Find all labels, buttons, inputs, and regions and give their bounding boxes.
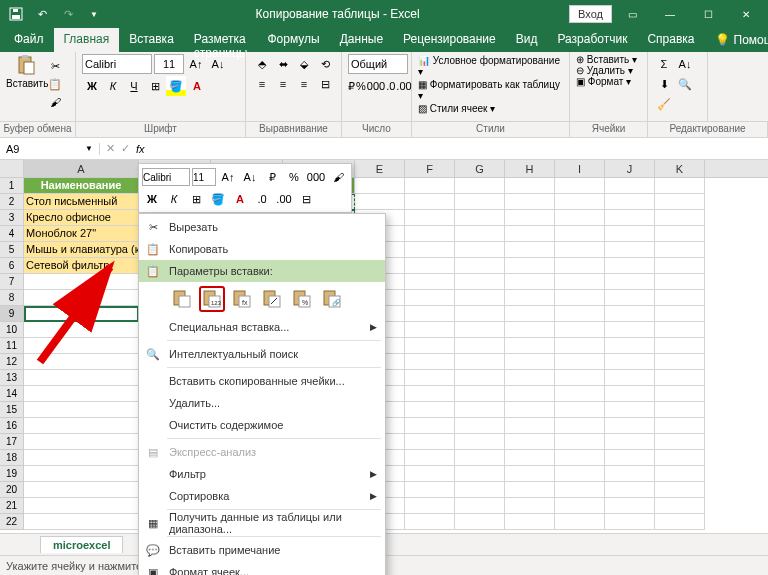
row-header[interactable]: 9 bbox=[0, 306, 24, 322]
cell-styles-button[interactable]: ▨ Стили ячеек ▾ bbox=[418, 102, 563, 115]
row-header[interactable]: 4 bbox=[0, 226, 24, 242]
cell[interactable] bbox=[405, 258, 455, 274]
cell[interactable] bbox=[505, 450, 555, 466]
cell[interactable] bbox=[655, 370, 705, 386]
col-header-i[interactable]: I bbox=[555, 160, 605, 177]
italic-button[interactable]: К bbox=[103, 76, 123, 96]
tab-data[interactable]: Данные bbox=[330, 28, 393, 52]
cell[interactable] bbox=[555, 226, 605, 242]
cell[interactable] bbox=[505, 242, 555, 258]
tab-view[interactable]: Вид bbox=[506, 28, 548, 52]
format-as-table-button[interactable]: ▦ Форматировать как таблицу ▾ bbox=[418, 78, 563, 102]
cell[interactable] bbox=[605, 338, 655, 354]
cell[interactable] bbox=[605, 178, 655, 194]
cell[interactable] bbox=[655, 338, 705, 354]
ribbon-options-icon[interactable]: ▭ bbox=[614, 0, 650, 28]
sheet-tab[interactable]: microexcel bbox=[40, 536, 123, 553]
cell[interactable] bbox=[605, 482, 655, 498]
cell[interactable] bbox=[605, 274, 655, 290]
maximize-button[interactable]: ☐ bbox=[690, 0, 726, 28]
formula-input[interactable] bbox=[151, 143, 768, 155]
qat-dropdown-icon[interactable]: ▼ bbox=[82, 2, 106, 26]
save-icon[interactable] bbox=[4, 2, 28, 26]
align-top-icon[interactable]: ⬘ bbox=[252, 54, 272, 74]
close-button[interactable]: ✕ bbox=[728, 0, 764, 28]
cell[interactable] bbox=[655, 258, 705, 274]
border-button[interactable]: ⊞ bbox=[145, 76, 165, 96]
cell[interactable] bbox=[405, 466, 455, 482]
cell[interactable] bbox=[505, 210, 555, 226]
select-all-corner[interactable] bbox=[0, 160, 24, 177]
format-painter-icon[interactable]: 🖌 bbox=[46, 94, 64, 110]
cell[interactable] bbox=[455, 450, 505, 466]
cell[interactable] bbox=[505, 434, 555, 450]
cell[interactable] bbox=[655, 194, 705, 210]
cell[interactable] bbox=[605, 354, 655, 370]
bold-button[interactable]: Ж bbox=[82, 76, 102, 96]
mini-increase-decimal-icon[interactable]: .00 bbox=[274, 189, 294, 209]
font-size-select[interactable] bbox=[154, 54, 184, 74]
mini-merge-icon[interactable]: ⊟ bbox=[296, 189, 316, 209]
cell[interactable] bbox=[455, 354, 505, 370]
row-header[interactable]: 5 bbox=[0, 242, 24, 258]
cell[interactable] bbox=[505, 258, 555, 274]
row-header[interactable]: 18 bbox=[0, 450, 24, 466]
cell[interactable] bbox=[355, 194, 405, 210]
mini-decrease-decimal-icon[interactable]: .0 bbox=[252, 189, 272, 209]
cell[interactable] bbox=[555, 386, 605, 402]
tab-review[interactable]: Рецензирование bbox=[393, 28, 506, 52]
cell[interactable] bbox=[605, 498, 655, 514]
paste-transpose-icon[interactable] bbox=[259, 286, 285, 312]
cell[interactable] bbox=[655, 514, 705, 530]
row-header[interactable]: 20 bbox=[0, 482, 24, 498]
row-header[interactable]: 12 bbox=[0, 354, 24, 370]
mini-border-icon[interactable]: ⊞ bbox=[186, 189, 206, 209]
align-center-icon[interactable]: ≡ bbox=[273, 74, 293, 94]
col-header-a[interactable]: A bbox=[24, 160, 139, 177]
align-bottom-icon[interactable]: ⬙ bbox=[294, 54, 314, 74]
mini-currency-icon[interactable]: ₽ bbox=[262, 167, 282, 187]
cell[interactable] bbox=[405, 242, 455, 258]
name-box[interactable]: A9▼ bbox=[0, 143, 100, 155]
cell[interactable] bbox=[605, 402, 655, 418]
menu-delete[interactable]: Удалить... bbox=[139, 392, 385, 414]
cell[interactable] bbox=[605, 306, 655, 322]
row-header[interactable]: 14 bbox=[0, 386, 24, 402]
cell[interactable] bbox=[505, 338, 555, 354]
cell[interactable] bbox=[505, 178, 555, 194]
merge-icon[interactable]: ⊟ bbox=[315, 74, 335, 94]
cancel-formula-icon[interactable]: ✕ bbox=[106, 142, 115, 155]
cell[interactable]: Стол письменный bbox=[24, 194, 139, 210]
tell-me-button[interactable]: 💡Помощь bbox=[705, 28, 768, 52]
cell[interactable] bbox=[24, 434, 139, 450]
cell[interactable] bbox=[455, 434, 505, 450]
tab-formulas[interactable]: Формулы bbox=[257, 28, 329, 52]
menu-clear-contents[interactable]: Очистить содержимое bbox=[139, 414, 385, 436]
decrease-font-icon[interactable]: A↓ bbox=[208, 54, 228, 74]
cell[interactable] bbox=[605, 514, 655, 530]
cell[interactable]: Моноблок 27" bbox=[24, 226, 139, 242]
cell[interactable] bbox=[405, 434, 455, 450]
cell[interactable] bbox=[505, 386, 555, 402]
row-header[interactable]: 11 bbox=[0, 338, 24, 354]
cell[interactable] bbox=[505, 370, 555, 386]
cell[interactable] bbox=[505, 194, 555, 210]
cell[interactable] bbox=[555, 482, 605, 498]
cell[interactable] bbox=[455, 402, 505, 418]
fill-icon[interactable]: ⬇ bbox=[654, 74, 674, 94]
paste-formatting-icon[interactable]: % bbox=[289, 286, 315, 312]
cell[interactable] bbox=[455, 274, 505, 290]
tab-insert[interactable]: Вставка bbox=[119, 28, 184, 52]
cell[interactable] bbox=[655, 178, 705, 194]
cell[interactable] bbox=[655, 498, 705, 514]
align-right-icon[interactable]: ≡ bbox=[294, 74, 314, 94]
menu-smart-lookup[interactable]: 🔍Интеллектуальный поиск bbox=[139, 343, 385, 365]
cell[interactable] bbox=[455, 242, 505, 258]
cell[interactable] bbox=[405, 498, 455, 514]
cell[interactable] bbox=[655, 306, 705, 322]
paste-all-icon[interactable] bbox=[169, 286, 195, 312]
row-header[interactable]: 8 bbox=[0, 290, 24, 306]
cell[interactable] bbox=[555, 418, 605, 434]
mini-decrease-font-icon[interactable]: A↓ bbox=[240, 167, 260, 187]
cell[interactable] bbox=[355, 178, 405, 194]
